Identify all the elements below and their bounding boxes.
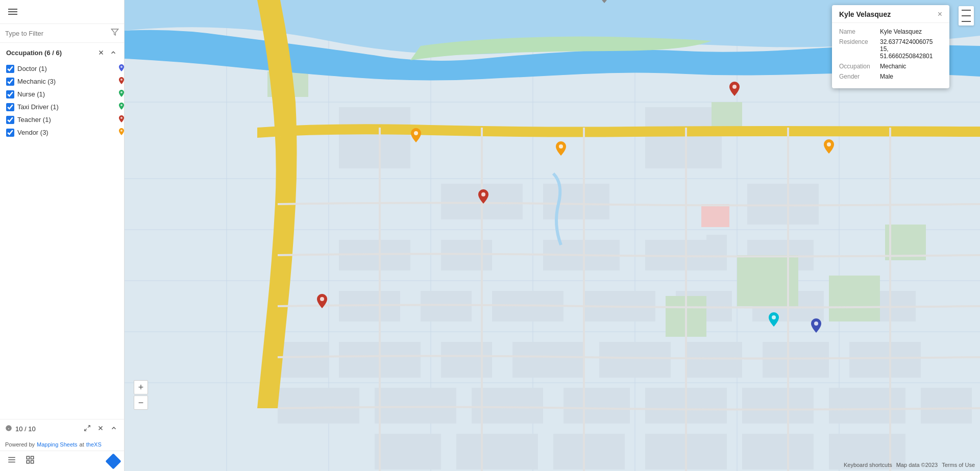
info-icon [5,425,12,433]
svg-rect-80 [829,276,880,321]
svg-rect-63 [375,388,456,424]
svg-point-87 [559,144,563,148]
svg-rect-68 [829,388,905,424]
filter-bar [0,24,124,43]
view-toggle [0,451,124,471]
pin-color-indicator-0 [119,64,124,73]
mapping-sheets-link[interactable]: Mapping Sheets [37,441,78,448]
map-area[interactable]: Kyle Velasquez × NameKyle VelasquezResid… [125,0,980,471]
map-attribution: Keyboard shortcuts Map data ©2023 Terms … [844,462,975,468]
zoom-out-button[interactable]: − [134,395,148,410]
svg-rect-59 [686,342,742,378]
svg-rect-62 [278,388,359,424]
info-key-3: Gender [839,73,876,80]
keyboard-shortcuts-link[interactable]: Keyboard shortcuts [844,462,892,468]
map-pin-pin3[interactable] [478,189,488,206]
svg-rect-65 [564,388,630,424]
diamond-icon[interactable] [105,453,121,469]
info-key-1: Residence [839,38,876,60]
occupation-header: Occupation (6 / 6) [0,43,124,60]
map-pin-pin1[interactable] [411,128,421,144]
svg-rect-43 [441,240,492,270]
occupation-item: Nurse (1) [6,88,124,101]
svg-point-91 [320,297,324,301]
occupation-checkbox-2[interactable] [6,90,14,98]
sidebar: Occupation (6 / 6) Doctor (1) Mechanic (… [0,0,125,471]
svg-rect-39 [543,184,609,219]
occupation-checkbox-4[interactable] [6,116,14,124]
occupation-item: Mechanic (3) [6,75,124,88]
svg-line-12 [88,426,90,428]
filter-input[interactable] [5,30,111,37]
svg-rect-20 [31,456,34,459]
svg-rect-48 [421,291,472,321]
svg-rect-60 [763,342,829,378]
filter-icon[interactable] [111,28,119,38]
map-pin-pin8[interactable] [811,318,821,335]
svg-rect-67 [742,388,814,424]
map-data-link[interactable]: Map data ©2023 [896,462,938,468]
svg-rect-40 [645,107,722,168]
at-text: at [80,441,84,448]
sidebar-header [0,0,124,24]
occupation-label-1: Mechanic (3) [17,78,116,85]
pin-color-indicator-3 [119,103,124,111]
menu-button[interactable] [6,5,19,18]
bottom-bar: 10 / 10 [0,419,124,438]
collapse-occupation-button[interactable] [109,48,118,57]
occupation-checkbox-5[interactable] [6,129,14,137]
clear-occupation-button[interactable] [96,48,106,57]
info-card-body: NameKyle VelasquezResidence32.6377424006… [832,23,949,88]
occupation-checkbox-0[interactable] [6,65,14,73]
svg-rect-21 [27,461,29,463]
map-pin-pin2[interactable] [556,141,566,158]
map-pin-pin7[interactable] [769,312,779,329]
svg-rect-56 [441,342,492,378]
occupation-item: Doctor (1) [6,62,124,75]
occupation-label-5: Vendor (3) [17,129,116,136]
svg-point-6 [120,104,122,106]
map-pin-pin9[interactable] [599,0,609,5]
occupation-list: Doctor (1) Mechanic (3) Nurse (1) Taxi D… [0,60,124,143]
svg-rect-85 [701,204,729,227]
close-bottom-button[interactable] [95,424,106,434]
map-pin-pin4[interactable] [729,82,740,98]
zoom-in-button[interactable]: + [134,380,148,394]
svg-rect-61 [849,342,921,378]
map-pin-pin6[interactable] [317,294,327,310]
map-pin-pin5[interactable] [824,139,834,156]
info-val-1: 32.6377424006075 15, 51.6660250842801 [880,38,942,60]
occupation-label-3: Taxi Driver (1) [17,103,116,111]
info-card-close-button[interactable]: × [937,10,943,18]
occupation-checkbox-1[interactable] [6,78,14,86]
pin-color-indicator-1 [119,77,124,86]
occupation-item: Teacher (1) [6,113,124,126]
collapse-bottom-button[interactable] [109,424,119,434]
occupation-title: Occupation (6 / 6) [6,49,62,57]
svg-rect-71 [456,434,538,469]
info-card-header: Kyle Velasquez × [832,5,949,23]
svg-rect-72 [553,434,625,469]
svg-point-89 [732,85,737,89]
thexs-link[interactable]: theXS [86,441,102,448]
top-right-menu-button[interactable] [959,6,974,26]
info-key-0: Name [839,28,876,35]
svg-line-13 [85,429,87,431]
info-row-3: GenderMale [839,73,942,80]
occupation-checkbox-3[interactable] [6,103,14,111]
info-row-1: Residence32.6377424006075 15, 51.6660250… [839,38,942,60]
expand-bottom-button[interactable] [82,424,92,434]
svg-point-86 [414,131,418,135]
occupation-section: Occupation (6 / 6) Doctor (1) Mechanic (… [0,43,124,419]
grid-view-button[interactable] [23,454,37,468]
info-key-2: Occupation [839,63,876,70]
footer-bar: Powered by Mapping Sheets at theXS [0,438,124,451]
svg-rect-19 [27,456,29,459]
terms-link[interactable]: Terms of Use [942,462,975,468]
svg-rect-77 [706,235,727,250]
occupation-item: Taxi Driver (1) [6,101,124,113]
list-view-button[interactable] [5,454,18,468]
info-card: Kyle Velasquez × NameKyle VelasquezResid… [832,5,949,88]
powered-by-text: Powered by [5,441,35,448]
svg-rect-37 [339,107,410,168]
